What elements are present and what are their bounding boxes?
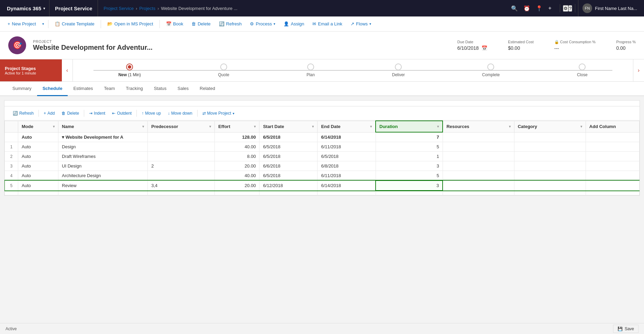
- predecessor-empty[interactable]: [148, 191, 215, 195]
- col-header-predecessor[interactable]: Predecessor▾: [148, 121, 215, 132]
- tab-team[interactable]: Team: [99, 82, 121, 96]
- stage-step-deliver[interactable]: Deliver: [392, 64, 405, 77]
- effort-2[interactable]: 8.00: [215, 152, 259, 161]
- category-4[interactable]: [514, 171, 586, 181]
- effort-parent[interactable]: 128.00: [215, 132, 259, 142]
- category-parent[interactable]: [514, 132, 586, 142]
- calendar-icon[interactable]: 📅: [481, 45, 487, 51]
- stage-step-new[interactable]: New (1 Min): [118, 64, 141, 77]
- delete-button[interactable]: 🗑 Delete: [188, 16, 214, 31]
- category-2[interactable]: [514, 152, 586, 161]
- resources-4[interactable]: [443, 171, 514, 181]
- assign-button[interactable]: 👤 Assign: [280, 16, 308, 31]
- category-1[interactable]: [514, 142, 586, 152]
- brand[interactable]: Dynamics 365 ▾: [3, 0, 49, 16]
- name-sort-icon[interactable]: ▾: [142, 125, 144, 128]
- mode-2[interactable]: Auto: [18, 152, 58, 161]
- mode-4[interactable]: Auto: [18, 171, 58, 181]
- stage-step-complete[interactable]: Complete: [482, 64, 500, 77]
- add-icon[interactable]: +: [548, 5, 551, 11]
- resources-1[interactable]: [443, 142, 514, 152]
- sched-move-project-button[interactable]: ⇄ Move Project ▾: [200, 109, 237, 117]
- duration-4[interactable]: 5: [376, 171, 443, 181]
- col-header-resources[interactable]: Resources▾: [443, 121, 514, 132]
- col-header-mode[interactable]: Mode▾: [18, 121, 58, 132]
- create-template-button[interactable]: 📋 Create Template: [51, 16, 98, 31]
- start-date-1[interactable]: 6/5/2018: [259, 142, 318, 152]
- category-empty[interactable]: [514, 191, 586, 195]
- sched-add-button[interactable]: + Add: [41, 109, 57, 117]
- mode-parent[interactable]: Auto: [18, 132, 58, 142]
- flows-button[interactable]: ↗ Flows ▾: [347, 16, 375, 31]
- start-date-parent[interactable]: 6/5/2018: [259, 132, 318, 142]
- sched-outdent-button[interactable]: ⇤ Outdent: [109, 109, 134, 117]
- new-project-button[interactable]: + New Project: [4, 16, 40, 31]
- process-button[interactable]: ⚙ Process ▾: [246, 16, 279, 31]
- col-header-effort[interactable]: Effort▾: [215, 121, 259, 132]
- resources-sort-icon[interactable]: ▾: [509, 125, 511, 128]
- col-header-add-column[interactable]: Add Column: [586, 121, 639, 132]
- resources-3[interactable]: [443, 161, 514, 171]
- mode-5[interactable]: Auto: [18, 181, 58, 191]
- start-date-3[interactable]: 6/6/2018: [259, 161, 318, 171]
- end-date-2[interactable]: 6/5/2018: [318, 152, 376, 161]
- category-sort-icon[interactable]: ▾: [580, 125, 582, 128]
- search-icon[interactable]: 🔍: [511, 5, 518, 12]
- sched-move-down-button[interactable]: ↓ Move down: [165, 109, 195, 117]
- tab-estimates[interactable]: Estimates: [68, 82, 98, 96]
- name-1[interactable]: Design: [58, 142, 148, 152]
- save-button[interactable]: 💾 Save: [613, 325, 639, 333]
- end-date-sort-icon[interactable]: ▾: [370, 125, 372, 128]
- mode-empty[interactable]: [18, 191, 58, 195]
- predecessor-3[interactable]: 2: [148, 161, 215, 171]
- start-date-5[interactable]: 6/12/2018: [259, 181, 318, 191]
- category-3[interactable]: [514, 161, 586, 171]
- col-header-name[interactable]: Name▾: [58, 121, 148, 132]
- recent-icon[interactable]: ⏰: [523, 5, 530, 12]
- name-empty[interactable]: [58, 191, 148, 195]
- duration-3[interactable]: 3: [376, 161, 443, 171]
- name-2[interactable]: Draft Wireframes: [58, 152, 148, 161]
- end-date-1[interactable]: 6/11/2018: [318, 142, 376, 152]
- stage-step-quote[interactable]: Quote: [218, 64, 229, 77]
- predecessor-parent[interactable]: [148, 132, 215, 142]
- sched-indent-button[interactable]: ⇥ Indent: [86, 109, 108, 117]
- tab-summary[interactable]: Summary: [7, 82, 37, 96]
- settings-icon[interactable]: ⚙: [563, 5, 568, 12]
- start-date-2[interactable]: 6/5/2018: [259, 152, 318, 161]
- brand-chevron[interactable]: ▾: [43, 7, 45, 10]
- duration-1[interactable]: 5: [376, 142, 443, 152]
- resources-5[interactable]: [443, 181, 514, 191]
- tab-related[interactable]: Related: [194, 82, 221, 96]
- start-date-empty[interactable]: [259, 191, 318, 195]
- duration-sort-icon[interactable]: ▾: [437, 125, 439, 128]
- user-profile[interactable]: FN First Name Last Na...: [578, 0, 641, 16]
- stage-nav-right[interactable]: ›: [633, 59, 644, 81]
- predecessor-1[interactable]: [148, 142, 215, 152]
- effort-sort-icon[interactable]: ▾: [254, 125, 256, 128]
- duration-2[interactable]: 1: [376, 152, 443, 161]
- breadcrumb-item-1[interactable]: Project Service: [103, 6, 133, 11]
- duration-empty[interactable]: [376, 191, 443, 195]
- effort-5[interactable]: 20.00: [215, 181, 259, 191]
- predecessor-4[interactable]: [148, 171, 215, 181]
- stage-nav-left[interactable]: ‹: [62, 59, 73, 81]
- name-4[interactable]: Architecture Design: [58, 171, 148, 181]
- mode-3[interactable]: Auto: [18, 161, 58, 171]
- end-date-empty[interactable]: [318, 191, 376, 195]
- predecessor-sort-icon[interactable]: ▾: [209, 125, 211, 128]
- sched-move-up-button[interactable]: ↑ Move up: [139, 109, 164, 117]
- mode-sort-icon[interactable]: ▾: [53, 125, 55, 128]
- end-date-3[interactable]: 6/8/2018: [318, 161, 376, 171]
- resources-empty[interactable]: [443, 191, 514, 195]
- name-5[interactable]: Review: [58, 181, 148, 191]
- start-date-sort-icon[interactable]: ▾: [312, 125, 314, 128]
- col-header-duration[interactable]: Duration▾: [376, 121, 443, 132]
- location-icon[interactable]: 📍: [536, 5, 543, 12]
- col-header-category[interactable]: Category▾: [514, 121, 586, 132]
- col-header-start-date[interactable]: Start Date▾: [259, 121, 318, 132]
- tab-status[interactable]: Status: [148, 82, 172, 96]
- name-parent[interactable]: ▾ Website Development for A: [58, 132, 148, 142]
- breadcrumb-item-2[interactable]: Projects: [139, 6, 155, 11]
- effort-empty[interactable]: [215, 191, 259, 195]
